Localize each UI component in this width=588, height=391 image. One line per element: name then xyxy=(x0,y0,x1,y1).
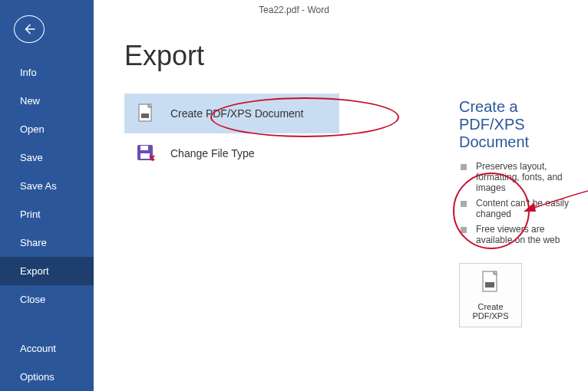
back-button[interactable] xyxy=(14,15,45,43)
detail-panel: Create a PDF/XPS Document Preserves layo… xyxy=(459,98,579,327)
back-arrow-icon xyxy=(22,22,36,36)
page-title: Export xyxy=(124,40,588,72)
sidebar-item-info[interactable]: Info xyxy=(0,58,94,87)
detail-bullets: Preserves layout, formatting, fonts, and… xyxy=(459,159,579,248)
pdf-page-icon xyxy=(134,101,158,126)
save-as-icon xyxy=(134,141,158,166)
sidebar-item-new[interactable]: New xyxy=(0,87,94,115)
bullet-item: Preserves layout, formatting, fonts, and… xyxy=(459,159,579,196)
sidebar-item-save-as[interactable]: Save As xyxy=(0,172,94,200)
sidebar-item-account[interactable]: Account xyxy=(0,334,94,363)
sidebar-item-print[interactable]: Print xyxy=(0,200,94,228)
main-panel: Export Create PDF/XPS Document xyxy=(94,0,588,391)
create-pdf-xps-button[interactable]: Create PDF/XPS xyxy=(459,263,522,327)
svg-rect-3 xyxy=(140,146,148,150)
backstage-sidebar: Info New Open Save Save As Print Share E… xyxy=(0,0,94,391)
sidebar-item-save[interactable]: Save xyxy=(0,143,94,172)
option-change-file-type[interactable]: Change File Type xyxy=(124,133,339,173)
option-label: Change File Type xyxy=(170,147,254,159)
button-label-line2: PDF/XPS xyxy=(472,311,508,320)
bullet-item: Free viewers are available on the web xyxy=(459,222,579,248)
option-label: Create PDF/XPS Document xyxy=(170,107,304,120)
export-options-list: Create PDF/XPS Document Change File Type xyxy=(124,94,339,173)
svg-rect-4 xyxy=(140,153,150,159)
sidebar-item-close[interactable]: Close xyxy=(0,285,94,314)
sidebar-item-open[interactable]: Open xyxy=(0,115,94,143)
detail-title: Create a PDF/XPS Document xyxy=(459,98,579,151)
option-create-pdf-xps[interactable]: Create PDF/XPS Document xyxy=(124,94,339,133)
sidebar-item-share[interactable]: Share xyxy=(0,228,94,257)
svg-rect-1 xyxy=(141,113,149,118)
bullet-item: Content can't be easily changed xyxy=(459,196,579,222)
sidebar-item-export[interactable]: Export xyxy=(0,257,94,285)
button-label-line1: Create xyxy=(477,302,503,311)
svg-rect-7 xyxy=(485,282,494,288)
sidebar-item-options[interactable]: Options xyxy=(0,363,94,391)
pdf-page-icon xyxy=(480,270,501,297)
